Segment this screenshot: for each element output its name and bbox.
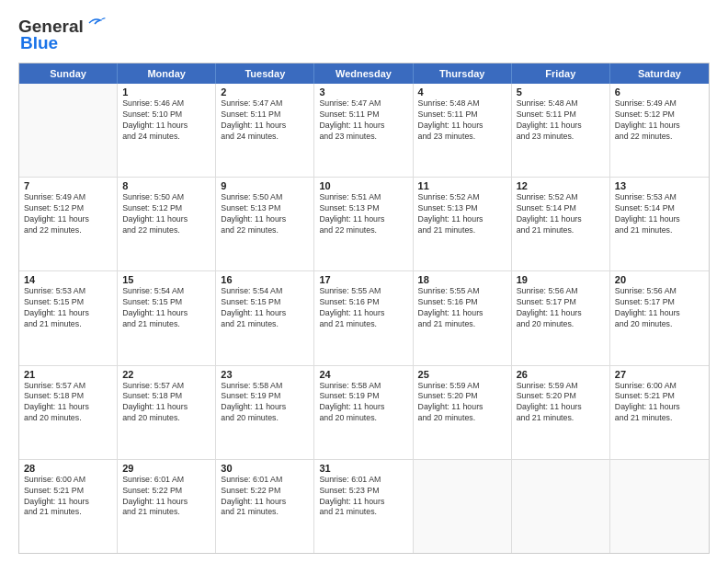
- day-number: 28: [24, 463, 112, 474]
- day-number: 8: [122, 180, 210, 191]
- header-day-tuesday: Tuesday: [216, 63, 314, 84]
- cal-cell: 1Sunrise: 5:46 AM Sunset: 5:10 PM Daylig…: [118, 84, 216, 177]
- day-info: Sunrise: 6:01 AM Sunset: 5:23 PM Dayligh…: [319, 475, 407, 519]
- cal-cell: 27Sunrise: 6:00 AM Sunset: 5:21 PM Dayli…: [610, 366, 709, 459]
- day-number: 9: [221, 180, 309, 191]
- cal-cell: 9Sunrise: 5:50 AM Sunset: 5:13 PM Daylig…: [216, 178, 314, 270]
- day-number: 26: [517, 369, 605, 380]
- day-number: 4: [418, 86, 506, 98]
- day-number: 17: [319, 274, 407, 285]
- day-info: Sunrise: 5:54 AM Sunset: 5:15 PM Dayligh…: [221, 286, 309, 330]
- day-info: Sunrise: 5:54 AM Sunset: 5:15 PM Dayligh…: [122, 286, 210, 330]
- cal-cell: 21Sunrise: 5:57 AM Sunset: 5:18 PM Dayli…: [19, 366, 118, 459]
- day-number: 12: [517, 180, 605, 191]
- day-info: Sunrise: 5:49 AM Sunset: 5:12 PM Dayligh…: [24, 192, 112, 236]
- cal-cell: 14Sunrise: 5:53 AM Sunset: 5:15 PM Dayli…: [19, 271, 118, 364]
- day-number: 13: [615, 180, 704, 191]
- day-number: 15: [122, 274, 210, 285]
- day-info: Sunrise: 5:57 AM Sunset: 5:18 PM Dayligh…: [122, 381, 210, 425]
- day-info: Sunrise: 6:01 AM Sunset: 5:22 PM Dayligh…: [221, 475, 309, 519]
- cal-cell: [19, 84, 118, 177]
- day-info: Sunrise: 5:52 AM Sunset: 5:14 PM Dayligh…: [517, 192, 605, 236]
- cal-cell: 13Sunrise: 5:53 AM Sunset: 5:14 PM Dayli…: [610, 178, 709, 270]
- header-day-friday: Friday: [512, 63, 610, 84]
- cal-cell: [512, 460, 610, 553]
- cal-cell: [414, 460, 512, 553]
- day-number: 21: [24, 369, 112, 380]
- calendar-header: SundayMondayTuesdayWednesdayThursdayFrid…: [19, 63, 709, 84]
- cal-cell: 7Sunrise: 5:49 AM Sunset: 5:12 PM Daylig…: [19, 178, 118, 270]
- day-number: 11: [418, 180, 506, 191]
- cal-cell: 3Sunrise: 5:47 AM Sunset: 5:11 PM Daylig…: [314, 84, 413, 177]
- day-number: 23: [221, 369, 309, 380]
- calendar-week-1: 1Sunrise: 5:46 AM Sunset: 5:10 PM Daylig…: [19, 84, 709, 178]
- cal-cell: 16Sunrise: 5:54 AM Sunset: 5:15 PM Dayli…: [216, 271, 314, 364]
- day-info: Sunrise: 5:57 AM Sunset: 5:18 PM Dayligh…: [24, 381, 112, 425]
- cal-cell: 5Sunrise: 5:48 AM Sunset: 5:11 PM Daylig…: [512, 84, 610, 177]
- day-number: 14: [24, 274, 112, 285]
- cal-cell: [610, 460, 709, 553]
- calendar-week-2: 7Sunrise: 5:49 AM Sunset: 5:12 PM Daylig…: [19, 178, 709, 271]
- header-day-sunday: Sunday: [19, 63, 118, 84]
- header: General Blue: [18, 17, 710, 53]
- day-info: Sunrise: 6:00 AM Sunset: 5:21 PM Dayligh…: [615, 381, 704, 425]
- day-number: 16: [221, 274, 309, 285]
- calendar: SundayMondayTuesdayWednesdayThursdayFrid…: [18, 63, 710, 554]
- day-info: Sunrise: 5:55 AM Sunset: 5:16 PM Dayligh…: [319, 286, 407, 330]
- cal-cell: 12Sunrise: 5:52 AM Sunset: 5:14 PM Dayli…: [512, 178, 610, 270]
- day-info: Sunrise: 5:55 AM Sunset: 5:16 PM Dayligh…: [418, 286, 506, 330]
- cal-cell: 19Sunrise: 5:56 AM Sunset: 5:17 PM Dayli…: [512, 271, 610, 364]
- header-day-saturday: Saturday: [610, 63, 709, 84]
- cal-cell: 10Sunrise: 5:51 AM Sunset: 5:13 PM Dayli…: [314, 178, 413, 270]
- day-number: 31: [319, 463, 407, 474]
- cal-cell: 22Sunrise: 5:57 AM Sunset: 5:18 PM Dayli…: [118, 366, 216, 459]
- day-info: Sunrise: 6:01 AM Sunset: 5:22 PM Dayligh…: [122, 475, 210, 519]
- day-number: 24: [319, 369, 407, 380]
- day-info: Sunrise: 5:53 AM Sunset: 5:14 PM Dayligh…: [615, 192, 704, 236]
- day-info: Sunrise: 5:53 AM Sunset: 5:15 PM Dayligh…: [24, 286, 112, 330]
- day-number: 25: [418, 369, 506, 380]
- calendar-week-4: 21Sunrise: 5:57 AM Sunset: 5:18 PM Dayli…: [19, 366, 709, 460]
- day-number: 3: [319, 86, 407, 98]
- calendar-week-5: 28Sunrise: 6:00 AM Sunset: 5:21 PM Dayli…: [19, 460, 709, 553]
- day-info: Sunrise: 5:48 AM Sunset: 5:11 PM Dayligh…: [418, 98, 506, 143]
- day-info: Sunrise: 5:59 AM Sunset: 5:20 PM Dayligh…: [517, 381, 605, 425]
- logo: General Blue: [18, 17, 106, 53]
- cal-cell: 2Sunrise: 5:47 AM Sunset: 5:11 PM Daylig…: [216, 84, 314, 177]
- cal-cell: 24Sunrise: 5:58 AM Sunset: 5:19 PM Dayli…: [314, 366, 413, 459]
- logo-bird-icon: [87, 16, 106, 30]
- day-info: Sunrise: 5:56 AM Sunset: 5:17 PM Dayligh…: [615, 286, 704, 330]
- day-info: Sunrise: 5:50 AM Sunset: 5:13 PM Dayligh…: [221, 192, 309, 236]
- day-number: 27: [615, 369, 704, 380]
- day-info: Sunrise: 5:47 AM Sunset: 5:11 PM Dayligh…: [319, 98, 407, 143]
- day-number: 19: [517, 274, 605, 285]
- day-info: Sunrise: 5:49 AM Sunset: 5:12 PM Dayligh…: [615, 98, 704, 143]
- day-number: 1: [122, 86, 210, 98]
- day-number: 10: [319, 180, 407, 191]
- calendar-body: 1Sunrise: 5:46 AM Sunset: 5:10 PM Daylig…: [19, 84, 709, 553]
- cal-cell: 26Sunrise: 5:59 AM Sunset: 5:20 PM Dayli…: [512, 366, 610, 459]
- cal-cell: 29Sunrise: 6:01 AM Sunset: 5:22 PM Dayli…: [118, 460, 216, 553]
- cal-cell: 31Sunrise: 6:01 AM Sunset: 5:23 PM Dayli…: [314, 460, 413, 553]
- day-number: 20: [615, 274, 704, 285]
- day-info: Sunrise: 5:58 AM Sunset: 5:19 PM Dayligh…: [319, 381, 407, 425]
- day-info: Sunrise: 5:46 AM Sunset: 5:10 PM Dayligh…: [122, 98, 210, 143]
- day-number: 6: [615, 86, 704, 98]
- logo-blue: Blue: [20, 33, 58, 53]
- day-info: Sunrise: 6:00 AM Sunset: 5:21 PM Dayligh…: [24, 475, 112, 519]
- day-number: 7: [24, 180, 112, 191]
- day-info: Sunrise: 5:56 AM Sunset: 5:17 PM Dayligh…: [517, 286, 605, 330]
- day-info: Sunrise: 5:50 AM Sunset: 5:12 PM Dayligh…: [122, 192, 210, 236]
- cal-cell: 11Sunrise: 5:52 AM Sunset: 5:13 PM Dayli…: [414, 178, 512, 270]
- page: General Blue SundayMondayTuesdayWednesda…: [0, 0, 728, 563]
- cal-cell: 23Sunrise: 5:58 AM Sunset: 5:19 PM Dayli…: [216, 366, 314, 459]
- day-number: 29: [122, 463, 210, 474]
- cal-cell: 8Sunrise: 5:50 AM Sunset: 5:12 PM Daylig…: [118, 178, 216, 270]
- day-info: Sunrise: 5:47 AM Sunset: 5:11 PM Dayligh…: [221, 98, 309, 143]
- cal-cell: 28Sunrise: 6:00 AM Sunset: 5:21 PM Dayli…: [19, 460, 118, 553]
- day-number: 5: [517, 86, 605, 98]
- day-info: Sunrise: 5:59 AM Sunset: 5:20 PM Dayligh…: [418, 381, 506, 425]
- cal-cell: 6Sunrise: 5:49 AM Sunset: 5:12 PM Daylig…: [610, 84, 709, 177]
- cal-cell: 4Sunrise: 5:48 AM Sunset: 5:11 PM Daylig…: [414, 84, 512, 177]
- cal-cell: 15Sunrise: 5:54 AM Sunset: 5:15 PM Dayli…: [118, 271, 216, 364]
